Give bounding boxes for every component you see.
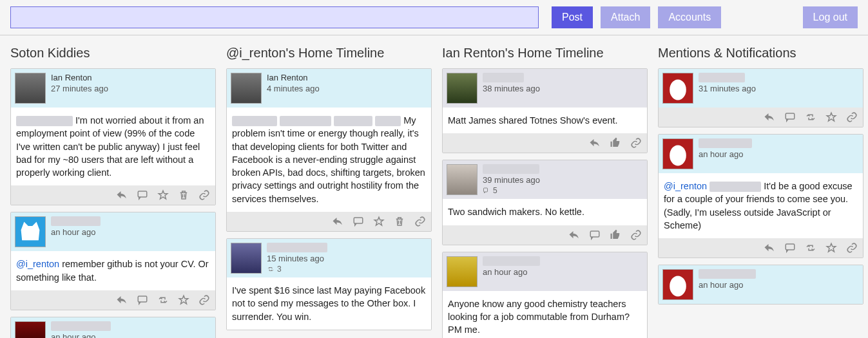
- column: Soton KiddiesIan Renton27 minutes ago I'…: [5, 35, 221, 338]
- reply-icon[interactable]: [568, 229, 580, 241]
- redacted-text: [280, 116, 331, 126]
- post-card: an hour ago@i_renton remember github is …: [10, 212, 216, 310]
- attach-button[interactable]: Attach: [601, 6, 650, 28]
- avatar: [447, 256, 477, 287]
- post-time: an hour ago: [51, 227, 101, 237]
- post-header: an hour ago: [659, 265, 863, 304]
- link-icon[interactable]: [846, 242, 858, 254]
- post-actions: [443, 225, 647, 245]
- avatar: [231, 243, 262, 274]
- link-icon[interactable]: [630, 229, 642, 241]
- trash-icon[interactable]: [394, 216, 405, 227]
- svg-point-9: [670, 276, 686, 297]
- comment-icon[interactable]: [784, 242, 796, 254]
- post-time: an hour ago: [51, 332, 111, 338]
- post-header: an hour ago: [11, 317, 215, 338]
- star-icon[interactable]: [825, 242, 837, 254]
- post-time: an hour ago: [699, 149, 752, 159]
- retweet-icon: [267, 265, 275, 273]
- post-header: 38 minutes ago: [443, 69, 647, 108]
- reply-icon[interactable]: [116, 189, 128, 201]
- comment-icon: [483, 187, 490, 194]
- post-time: an hour ago: [699, 280, 756, 290]
- avatar: [15, 321, 46, 338]
- compose-input[interactable]: [10, 6, 539, 28]
- post-card: an hour agoAnyone know any good chemistr…: [442, 252, 648, 338]
- redacted-text: [334, 116, 372, 126]
- post-time: 31 minutes ago: [699, 84, 756, 93]
- post-author: [483, 73, 524, 82]
- svg-rect-3: [484, 188, 488, 192]
- column: @i_renton's Home TimelineIan Renton4 min…: [221, 35, 437, 338]
- star-icon[interactable]: [825, 111, 837, 123]
- post-actions: [659, 108, 863, 127]
- retweet-icon[interactable]: [805, 242, 816, 254]
- post-header: an hour ago: [443, 252, 647, 291]
- comment-icon[interactable]: [589, 229, 601, 241]
- retweet-icon[interactable]: [805, 111, 816, 123]
- post-body: Two sandwich makers. No kettle.: [443, 199, 647, 225]
- svg-rect-1: [138, 296, 147, 302]
- columns-container: Soton KiddiesIan Renton27 minutes ago I'…: [0, 35, 868, 338]
- comment-icon[interactable]: [137, 189, 148, 201]
- link-icon[interactable]: [414, 216, 426, 227]
- post-actions: [443, 133, 647, 153]
- post-card: 15 minutes ago3I've spent $16 since last…: [226, 238, 432, 330]
- post-body-text: Matt James shared Totnes Show's event.: [448, 115, 618, 126]
- post-meta: 38 minutes ago: [483, 73, 540, 93]
- avatar: [662, 73, 693, 104]
- post-meta: an hour ago: [51, 216, 101, 237]
- like-icon[interactable]: [610, 137, 621, 149]
- link-icon[interactable]: [198, 189, 210, 201]
- like-icon[interactable]: [610, 229, 621, 241]
- post-body: Matt James shared Totnes Show's event.: [443, 108, 647, 133]
- link-icon[interactable]: [630, 137, 642, 149]
- post-author: Ian Renton: [267, 73, 320, 82]
- post-time: 4 minutes ago: [267, 84, 320, 93]
- post-time: 15 minutes ago: [267, 254, 327, 263]
- logout-button[interactable]: Log out: [803, 6, 858, 28]
- reply-icon[interactable]: [764, 242, 775, 254]
- post-button[interactable]: Post: [552, 6, 593, 28]
- post-header: 31 minutes ago: [659, 69, 863, 108]
- reply-icon[interactable]: [764, 111, 775, 123]
- post-header: 15 minutes ago3: [227, 239, 431, 277]
- mention-link[interactable]: @i_renton: [16, 259, 59, 269]
- svg-rect-4: [590, 231, 599, 237]
- avatar: [662, 138, 693, 169]
- accounts-button[interactable]: Accounts: [658, 6, 721, 28]
- star-icon[interactable]: [373, 216, 385, 227]
- post-body: I'm not worried about it from an employm…: [11, 108, 215, 185]
- post-body: @i_renton It'd be a good excuse for a co…: [659, 173, 863, 238]
- post-meta: an hour ago: [51, 321, 111, 338]
- comment-icon[interactable]: [784, 111, 796, 123]
- post-actions: [11, 185, 215, 205]
- post-meta: 15 minutes ago3: [267, 243, 327, 274]
- link-icon[interactable]: [846, 111, 858, 123]
- svg-point-5: [670, 79, 686, 100]
- post-meta: 31 minutes ago: [699, 73, 756, 93]
- reply-icon[interactable]: [116, 294, 128, 306]
- comment-icon[interactable]: [137, 294, 148, 306]
- mention-link[interactable]: @i_renton: [664, 181, 707, 191]
- post-time: 27 minutes ago: [51, 84, 108, 93]
- redacted-text: [709, 182, 761, 192]
- comment-icon[interactable]: [352, 216, 364, 227]
- link-icon[interactable]: [198, 294, 210, 306]
- post-header: 39 minutes ago5: [443, 160, 647, 199]
- column: Mentions & Notifications 31 minutes ago …: [653, 35, 868, 338]
- post-author: [699, 138, 752, 148]
- reply-icon[interactable]: [332, 216, 343, 227]
- trash-icon[interactable]: [178, 189, 189, 201]
- reply-icon[interactable]: [589, 137, 601, 149]
- post-author: [51, 216, 101, 226]
- column-title: Soton Kiddies: [10, 46, 216, 61]
- retweet-icon[interactable]: [157, 294, 169, 306]
- column-title: Ian Renton's Home Timeline: [442, 46, 648, 61]
- star-icon[interactable]: [178, 294, 189, 306]
- avatar: [447, 73, 477, 104]
- post-time: 38 minutes ago: [483, 84, 540, 93]
- post-card: 39 minutes ago5Two sandwich makers. No k…: [442, 160, 648, 245]
- star-icon[interactable]: [157, 189, 169, 201]
- post-body-text: My problem isn't time or energy though r…: [232, 115, 425, 204]
